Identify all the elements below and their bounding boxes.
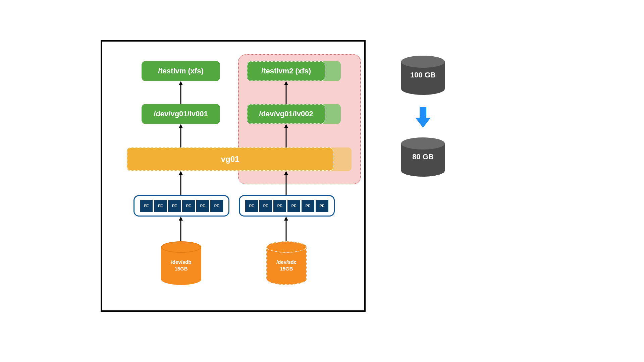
svg-marker-3 (284, 81, 288, 85)
lv-right: /dev/vg01/lv002 (247, 104, 325, 124)
mount-right-label: /testlvm2 (xfs) (261, 67, 311, 75)
svg-marker-15 (284, 217, 288, 221)
pv-left-label: /dev/sdb 15GB (161, 259, 201, 272)
capacity-disk-after: 80 GB (401, 137, 445, 178)
arrow-down-icon (414, 106, 432, 129)
arrow-pv-to-pe-left (178, 217, 183, 241)
pe-cell: PE (182, 200, 195, 212)
pe-cell: PE (245, 200, 258, 212)
pe-cell: PE (259, 200, 272, 212)
pe-cell: PE (140, 200, 153, 212)
svg-rect-16 (420, 107, 426, 118)
svg-marker-7 (284, 124, 288, 128)
pe-cell: PE (316, 200, 328, 212)
arrow-pv-to-pe-right (284, 217, 288, 241)
arrow-pe-to-vg-right (284, 171, 288, 195)
svg-marker-5 (179, 124, 183, 128)
svg-marker-13 (179, 217, 183, 221)
pe-cell: PE (210, 200, 223, 212)
pe-cell: PE (154, 200, 167, 212)
lv-left: /dev/vg01/lv001 (142, 104, 220, 124)
svg-marker-11 (284, 171, 288, 175)
pe-container-right: PE PE PE PE PE PE (239, 195, 335, 217)
capacity-disk-before: 100 GB (401, 56, 445, 96)
mount-left: /testlvm (xfs) (142, 61, 220, 81)
lv-left-label: /dev/vg01/lv001 (154, 110, 208, 118)
vg-bar: vg01 (127, 147, 333, 171)
pe-cell: PE (273, 200, 286, 212)
arrow-lv-to-mount-left (178, 81, 183, 104)
capacity-after-label: 80 GB (401, 152, 445, 162)
svg-marker-9 (179, 171, 183, 175)
vg-name: vg01 (221, 155, 239, 164)
mount-right: /testlvm2 (xfs) (247, 61, 325, 81)
pe-cell: PE (196, 200, 209, 212)
capacity-before-label: 100 GB (401, 70, 445, 80)
lv-right-label: /dev/vg01/lv002 (259, 110, 313, 118)
pe-container-left: PE PE PE PE PE PE (133, 195, 229, 217)
pe-cell: PE (168, 200, 181, 212)
mount-left-label: /testlvm (xfs) (158, 67, 204, 75)
arrow-vg-to-lv-right (284, 124, 288, 147)
pv-disk-left: /dev/sdb 15GB (161, 241, 201, 285)
arrow-vg-to-lv-left (178, 124, 183, 147)
pe-cell: PE (287, 200, 300, 212)
svg-marker-17 (415, 118, 431, 128)
pv-disk-right: /dev/sdc 15GB (266, 241, 307, 285)
pe-cell: PE (302, 200, 314, 212)
arrow-lv-to-mount-right (284, 81, 288, 104)
pv-right-label: /dev/sdc 15GB (266, 259, 307, 272)
svg-marker-1 (179, 81, 183, 85)
arrow-pe-to-vg-left (178, 171, 183, 195)
